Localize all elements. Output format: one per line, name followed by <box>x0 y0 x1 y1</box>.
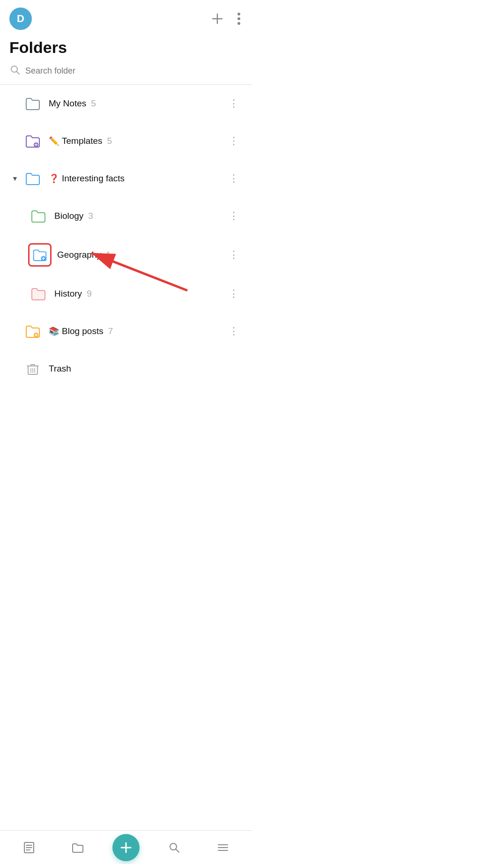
folder-icon-trash <box>22 358 43 379</box>
folder-item-biology[interactable]: Biology 3 ⋮ <box>0 197 252 235</box>
search-bar <box>0 60 252 85</box>
folder-item-geography[interactable]: Geography 1 ⋮ <box>0 235 252 275</box>
folder-item-interesting-facts[interactable]: ▼ ❓ Interesting facts ⋮ <box>0 160 252 197</box>
chevron-interesting-facts: ▼ <box>9 175 21 182</box>
folder-item-templates[interactable]: ✏️ Templates 5 ⋮ <box>0 122 252 160</box>
header: D <box>0 0 252 34</box>
folder-icon-history <box>28 283 49 304</box>
search-icon <box>9 64 21 78</box>
svg-point-4 <box>237 22 240 25</box>
svg-line-6 <box>17 72 20 74</box>
more-options-button[interactable] <box>235 10 243 27</box>
folder-icon-biology <box>28 206 49 226</box>
folder-item-blog-posts[interactable]: 📚 Blog posts 7 ⋮ <box>0 313 252 350</box>
folder-item-my-notes[interactable]: My Notes 5 ⋮ <box>0 85 252 122</box>
folder-list: My Notes 5 ⋮ ✏️ Templates 5 ⋮ <box>0 85 252 387</box>
folder-icon-templates <box>22 131 43 151</box>
svg-point-2 <box>237 13 240 15</box>
folder-label-blog-posts: 📚 Blog posts 7 <box>49 326 225 336</box>
folder-label-interesting-facts: ❓ Interesting facts <box>49 173 225 184</box>
folder-label-history: History 9 <box>54 289 225 299</box>
header-actions <box>209 10 243 27</box>
folder-item-trash[interactable]: Trash <box>0 350 252 387</box>
more-btn-interesting-facts[interactable]: ⋮ <box>225 171 243 186</box>
more-btn-blog-posts[interactable]: ⋮ <box>225 323 243 339</box>
more-btn-geography[interactable]: ⋮ <box>225 247 243 263</box>
folder-label-my-notes: My Notes 5 <box>49 98 225 109</box>
folder-icon-blog-posts <box>22 321 43 342</box>
folder-icon-geography <box>30 246 49 264</box>
search-input[interactable] <box>25 66 243 76</box>
folder-icon-my-notes <box>22 93 43 114</box>
avatar[interactable]: D <box>9 7 32 30</box>
add-button[interactable] <box>209 10 226 27</box>
more-btn-templates[interactable]: ⋮ <box>225 133 243 149</box>
folder-label-biology: Biology 3 <box>54 211 225 221</box>
folder-icon-interesting-facts <box>22 168 43 189</box>
geography-highlight-border <box>28 243 52 267</box>
folder-label-trash: Trash <box>49 364 243 374</box>
page-title: Folders <box>0 34 252 60</box>
svg-point-3 <box>237 17 240 20</box>
folder-label-templates: ✏️ Templates 5 <box>49 136 225 146</box>
more-btn-biology[interactable]: ⋮ <box>225 208 243 224</box>
more-btn-my-notes[interactable]: ⋮ <box>225 96 243 112</box>
folder-label-geography: Geography 1 <box>57 250 225 260</box>
folder-item-history[interactable]: History 9 ⋮ <box>0 275 252 313</box>
more-btn-history[interactable]: ⋮ <box>225 286 243 302</box>
